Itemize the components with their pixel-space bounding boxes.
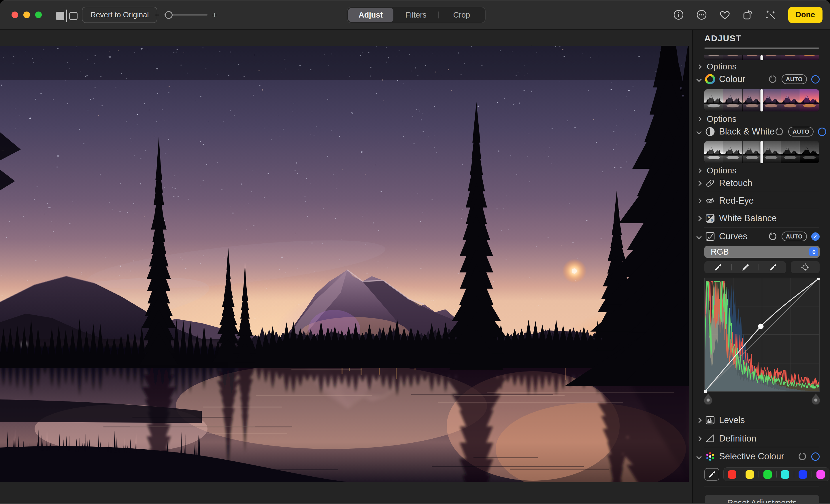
undo-icon[interactable] bbox=[798, 452, 807, 461]
divider bbox=[704, 191, 819, 191]
undo-icon[interactable] bbox=[768, 75, 777, 84]
undo-icon[interactable] bbox=[768, 232, 777, 241]
selective-colour-icon bbox=[705, 451, 715, 462]
undo-icon[interactable] bbox=[775, 127, 784, 136]
light-options-toggle[interactable]: Options bbox=[693, 60, 830, 73]
colour-wheel-icon bbox=[705, 74, 715, 85]
tab-crop[interactable]: Crop bbox=[439, 8, 484, 22]
swatch-divider bbox=[811, 471, 812, 477]
curve-control-point bbox=[758, 324, 764, 329]
toolbar: Revert to Original − + Adjust Filters Cr… bbox=[0, 0, 830, 30]
black-point-eyedropper-icon[interactable] bbox=[704, 261, 731, 273]
selective-eyedropper-icon[interactable] bbox=[704, 468, 719, 481]
photo bbox=[0, 46, 689, 482]
chevron-right-icon bbox=[696, 417, 701, 423]
swatch-2[interactable] bbox=[763, 470, 772, 479]
panel-retouch-header[interactable]: Retouch bbox=[693, 177, 830, 190]
swatch-0[interactable] bbox=[728, 470, 736, 479]
grey-point-eyedropper-icon[interactable] bbox=[732, 261, 759, 273]
curves-chart[interactable] bbox=[704, 278, 820, 406]
minimize-button[interactable] bbox=[23, 11, 30, 18]
bw-strip-handle[interactable] bbox=[761, 141, 763, 163]
colour-enable-checkbox[interactable] bbox=[811, 75, 820, 83]
tab-adjust[interactable]: Adjust bbox=[348, 8, 393, 22]
light-strip-handle[interactable] bbox=[761, 55, 763, 60]
zoom-window-button[interactable] bbox=[35, 11, 42, 18]
select-stepper-icon bbox=[809, 247, 818, 256]
tab-filters[interactable]: Filters bbox=[393, 8, 439, 22]
swatch-divider bbox=[794, 471, 794, 477]
curves-eyedroppers bbox=[704, 261, 830, 273]
light-thumbnail-strip[interactable] bbox=[704, 55, 819, 60]
zoom-slider[interactable] bbox=[164, 14, 208, 15]
photos-edit-window: Revert to Original − + Adjust Filters Cr… bbox=[0, 0, 830, 504]
reset-adjustments-button[interactable]: Reset Adjustments bbox=[705, 495, 819, 503]
colour-thumbnail-strip[interactable] bbox=[704, 89, 819, 111]
swatch-1[interactable] bbox=[745, 470, 754, 479]
bw-enable-checkbox[interactable] bbox=[818, 128, 826, 136]
definition-icon bbox=[705, 433, 715, 444]
swatch-5[interactable] bbox=[817, 470, 825, 479]
add-point-target-icon[interactable] bbox=[791, 261, 820, 273]
swatch-divider bbox=[759, 471, 759, 477]
white-point-handle bbox=[812, 394, 820, 405]
colour-options-toggle[interactable]: Options bbox=[693, 112, 830, 125]
info-icon[interactable] bbox=[673, 9, 684, 21]
zoom-control: − + bbox=[155, 7, 217, 23]
adjust-sidebar: ADJUST Options Colour bbox=[692, 30, 830, 503]
swatch-divider bbox=[776, 471, 777, 477]
black-and-white-icon bbox=[705, 127, 715, 137]
before-after-toggle[interactable] bbox=[56, 9, 77, 22]
close-button[interactable] bbox=[11, 11, 18, 18]
panel-bw-header[interactable]: Black & White AUTO bbox=[693, 125, 830, 138]
more-options-icon[interactable] bbox=[696, 9, 707, 21]
svg-text:W: W bbox=[707, 215, 710, 218]
edit-mode-tabs: Adjust Filters Crop bbox=[347, 7, 486, 23]
compare-divider-icon bbox=[66, 9, 67, 22]
colour-auto-button[interactable]: AUTO bbox=[781, 74, 807, 84]
chevron-down-icon bbox=[696, 234, 701, 239]
divider bbox=[704, 486, 819, 486]
window-controls bbox=[11, 11, 42, 18]
revert-to-original-button[interactable]: Revert to Original bbox=[82, 7, 157, 23]
favorite-heart-icon[interactable] bbox=[719, 9, 731, 21]
curves-icon bbox=[705, 231, 715, 242]
zoom-out-icon[interactable]: − bbox=[155, 11, 160, 19]
curves-channel-select[interactable]: RGB bbox=[704, 246, 820, 258]
panel-selective-colour-header[interactable]: Selective Colour bbox=[693, 450, 830, 463]
panel-white-balance-header[interactable]: WB White Balance bbox=[693, 212, 830, 225]
bw-auto-button[interactable]: AUTO bbox=[788, 127, 813, 136]
divider bbox=[704, 447, 819, 447]
panel-definition-header[interactable]: Definition bbox=[693, 432, 830, 445]
divider bbox=[704, 209, 819, 209]
levels-histogram-icon bbox=[705, 415, 715, 425]
white-point-eyedropper-icon[interactable] bbox=[759, 261, 786, 273]
chevron-right-icon bbox=[697, 116, 702, 121]
toolbar-right-icons: Done bbox=[673, 0, 823, 30]
selective-colour-controls bbox=[704, 467, 830, 481]
zoom-in-icon[interactable]: + bbox=[212, 11, 217, 19]
curve-white-endpoint bbox=[817, 278, 820, 280]
panel-redeye-header[interactable]: Red-Eye bbox=[693, 194, 830, 207]
white-balance-icon: WB bbox=[705, 213, 715, 224]
panel-levels-header[interactable]: Levels bbox=[693, 414, 830, 427]
zoom-slider-knob[interactable] bbox=[165, 11, 172, 19]
bw-options-toggle[interactable]: Options bbox=[693, 164, 830, 177]
done-button[interactable]: Done bbox=[788, 7, 823, 23]
red-eye-icon bbox=[705, 196, 715, 206]
compare-filled-icon bbox=[56, 12, 64, 20]
sidebar-title: ADJUST bbox=[704, 33, 830, 43]
swatch-3[interactable] bbox=[781, 470, 789, 479]
black-point-handle bbox=[704, 394, 712, 405]
auto-enhance-wand-icon[interactable] bbox=[765, 9, 777, 21]
panel-curves-header[interactable]: Curves AUTO bbox=[693, 230, 830, 243]
sidebar-title-divider bbox=[704, 47, 819, 49]
panel-colour-header[interactable]: Colour AUTO bbox=[693, 73, 830, 86]
swatch-4[interactable] bbox=[799, 470, 807, 479]
bw-thumbnail-strip[interactable] bbox=[704, 141, 819, 163]
curves-enable-checkbox[interactable] bbox=[811, 232, 820, 241]
selective-enable-checkbox[interactable] bbox=[811, 452, 820, 461]
rotate-icon[interactable] bbox=[742, 9, 754, 21]
colour-strip-handle[interactable] bbox=[761, 89, 763, 111]
curves-auto-button[interactable]: AUTO bbox=[781, 232, 807, 241]
